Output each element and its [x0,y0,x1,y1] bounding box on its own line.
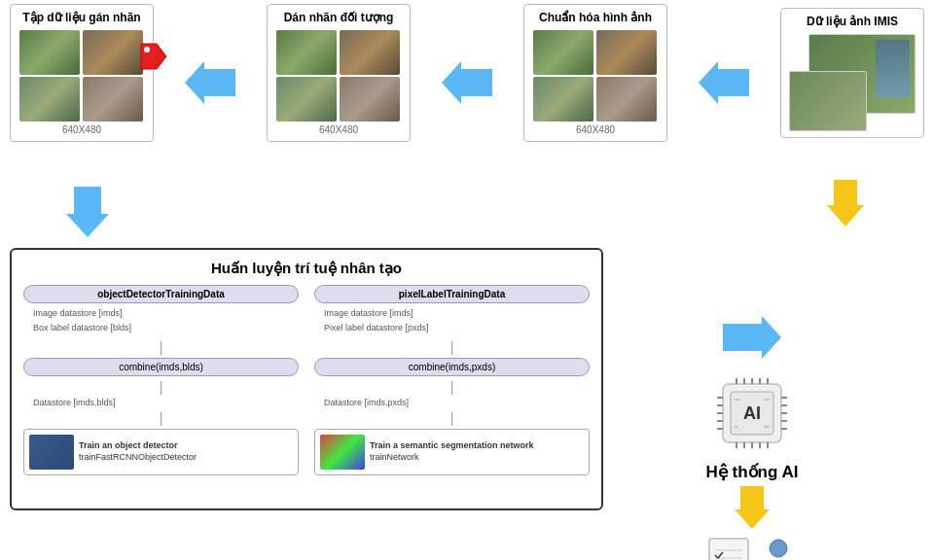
card4-title: Dữ liệu ảnh IMIS [807,15,898,30]
svg-text:AI: AI [743,403,761,423]
main-container: Tập dữ liệu gán nhãn 640X480 Dán nhãn đố… [0,0,934,560]
svg-marker-34 [735,486,770,529]
left-datastore: Datastore [imds,blds] [23,398,299,407]
arrow-right-to-ai [723,316,781,363]
svg-point-41 [770,540,787,557]
svg-rect-35 [709,539,748,560]
labeled-dataset-card: Tập dữ liệu gán nhãn 640X480 [10,4,154,142]
right-img-box: Train a semantic segmentation network tr… [314,429,590,475]
card3-img4 [596,77,657,122]
arrow-left-3 [699,61,749,108]
person-icon [758,537,799,560]
svg-marker-2 [442,61,492,104]
checklist-icon [705,537,752,560]
training-title: Huấn luyện trí tuệ nhân tạo [23,260,590,277]
card3-img1 [533,30,593,75]
right-item1: Image datastore [imds] Pixel label datas… [314,306,590,336]
left-thumb [29,435,74,470]
card2-title: Dán nhãn đối tượng [284,11,394,26]
card2-img1 [276,30,337,75]
ai-system-group: AI Hệ thống AI [706,370,799,482]
crop-image-card: Chuẩn hóa hình ảnh 640X480 [523,4,667,142]
right-combine: combine(imds,pxds) [314,358,590,376]
card1-label: 640X480 [62,124,101,135]
svg-point-0 [144,47,150,52]
training-right-col: pixelLabelTrainingData Image datastore [… [314,285,590,475]
red-tag-icon [137,40,170,77]
left-img-sublabel: trainFastRCNNObjectDetector [79,452,197,464]
right-section: AI Hệ thống AI [621,248,883,560]
ai-chip-icon: AI [709,370,795,456]
card2-label: 640X480 [319,124,358,135]
imis-img-front [789,71,867,131]
card2-img2 [340,30,400,75]
card1-img1 [19,30,80,75]
left-img-label: Train an object detector [79,440,197,452]
right-img-sublabel: trainNetwork [370,452,534,464]
down-arrow-card1 [66,187,109,241]
svg-marker-4 [66,187,109,237]
right-datastore: Datastore [imds,pxds] [314,398,590,407]
training-left-col: objectDetectorTrainingData Image datasto… [23,285,299,475]
checklist-person-group [705,537,799,560]
training-box: Huấn luyện trí tuệ nhân tạo objectDetect… [10,248,603,510]
card1-img3 [19,77,80,122]
arrow-left-1 [185,61,235,108]
card2-img4 [340,77,400,122]
down-arrow-imis [827,180,864,230]
card3-img3 [533,77,593,122]
arrow-left-2 [442,61,492,108]
imis-card: Dữ liệu ảnh IMIS [780,8,924,138]
card3-img2 [596,30,657,75]
right-img-label: Train a semantic segmentation network [370,440,534,452]
svg-marker-5 [827,180,864,227]
left-combine: combine(imds,blds) [23,358,299,376]
svg-marker-6 [723,316,781,359]
svg-marker-1 [185,61,235,104]
left-img-box: Train an object detector trainFastRCNNOb… [23,429,299,475]
card2-img3 [276,77,337,122]
left-item1: Image datastore [imds] Box label datasto… [23,306,299,336]
ai-system-label: Hệ thống AI [706,462,799,482]
card1-img2 [83,30,143,75]
right-thumb [320,435,365,470]
arrow-down-to-checklist [735,486,770,533]
card1-title: Tập dữ liệu gán nhãn [22,11,140,26]
card1-img4 [83,77,143,122]
object-annotation-card: Dán nhãn đối tượng 640X480 [267,4,411,142]
svg-marker-3 [699,61,749,104]
card3-title: Chuẩn hóa hình ảnh [539,11,652,26]
card3-label: 640X480 [576,124,615,135]
left-col-title: objectDetectorTrainingData [23,285,299,303]
right-col-title: pixelLabelTrainingData [314,285,590,303]
